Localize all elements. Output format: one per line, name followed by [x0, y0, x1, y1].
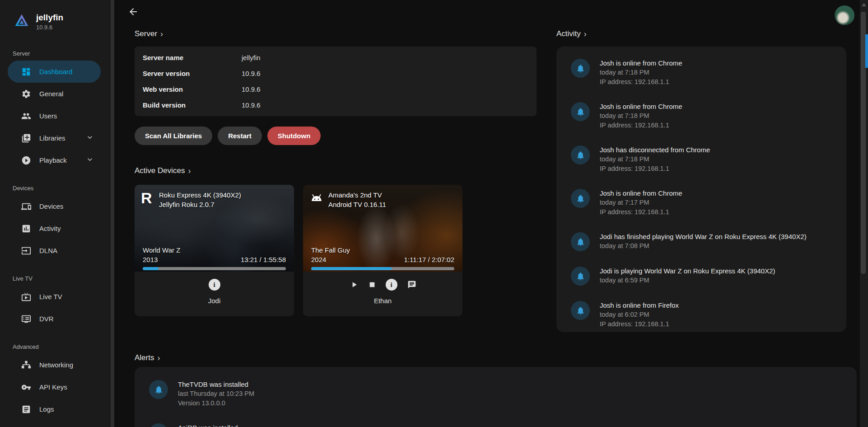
sidebar-item-general[interactable]: General — [8, 83, 101, 105]
activity-entry: Josh has disconnected from Chrome today … — [571, 145, 837, 174]
nav-section-server: Server — [0, 50, 108, 57]
dlna-icon — [21, 246, 31, 256]
sidebar-item-label: Activity — [39, 225, 61, 232]
activity-title: Josh has disconnected from Chrome — [600, 145, 710, 155]
info-button[interactable]: i — [386, 279, 397, 291]
sidebar-item-label: General — [39, 90, 63, 98]
sidebar-nav: Server Dashboard General Users Libraries… — [0, 50, 108, 420]
session-card-roku[interactable]: R Roku Express 4K (3940X2) Jellyfin Roku… — [135, 185, 294, 316]
bell-icon — [571, 145, 590, 164]
sidebar-scrollbar[interactable] — [108, 0, 114, 427]
scan-all-libraries-button[interactable]: Scan All Libraries — [135, 127, 212, 145]
nav-section-devices: Devices — [0, 185, 108, 192]
sidebar-item-networking[interactable]: Networking — [8, 354, 101, 376]
activity-ip: IP address: 192.168.1.1 — [600, 319, 679, 329]
activity-ip: IP address: 192.168.1.1 — [600, 77, 682, 87]
active-devices-heading[interactable]: Active Devices › — [135, 166, 537, 175]
networking-icon — [21, 360, 31, 370]
media-title: World War Z — [143, 245, 180, 255]
activity-section-heading[interactable]: Activity › — [556, 29, 846, 38]
sidebar-item-logs[interactable]: Logs — [8, 398, 101, 420]
media-title: The Fall Guy — [311, 245, 350, 255]
bell-icon — [571, 102, 590, 121]
activity-title: Jodi is playing World War Z on Roku Expr… — [600, 266, 775, 276]
server-version-label: Server version — [143, 70, 242, 77]
sidebar-item-api-keys[interactable]: API Keys — [8, 376, 101, 398]
dvr-icon — [21, 314, 31, 324]
playback-time: 13:21 / 1:55:58 — [241, 255, 286, 264]
alert-detail: Version 13.0.0.0 — [178, 399, 254, 408]
activity-title: Josh is online from Firefox — [600, 300, 679, 310]
roku-logo-icon: R — [141, 190, 154, 206]
window-scrollbar-thumb[interactable] — [865, 34, 868, 68]
active-devices-heading-label: Active Devices — [135, 166, 185, 175]
scrollbar-up-arrow[interactable] — [862, 3, 866, 6]
play-button[interactable] — [350, 280, 359, 289]
sidebar-item-activity[interactable]: Activity — [8, 217, 101, 239]
jellyfin-dashboard: jellyfin 10.9.6 Server Dashboard General… — [0, 0, 868, 427]
playback-time: 1:11:17 / 2:07:02 — [404, 255, 454, 264]
nav-section-live-tv: Live TV — [0, 275, 108, 282]
user-avatar[interactable] — [835, 5, 854, 25]
restart-button[interactable]: Restart — [218, 127, 262, 145]
gear-icon — [21, 89, 31, 99]
session-user: Jodi — [208, 297, 221, 305]
message-button[interactable] — [407, 280, 416, 289]
activity-time: today at 6:02 PM — [600, 310, 679, 319]
sidebar-item-label: DVR — [39, 315, 54, 323]
sidebar-item-label: Live TV — [39, 293, 62, 300]
sidebar-item-devices[interactable]: Devices — [8, 195, 101, 217]
sidebar-item-libraries[interactable]: Libraries — [8, 127, 101, 149]
activity-title: Josh is online from Chrome — [600, 188, 682, 198]
sidebar-item-label: Users — [39, 112, 57, 120]
app-title: jellyfin — [36, 13, 63, 23]
sidebar-item-label: API Keys — [39, 383, 67, 391]
chevron-right-icon: › — [160, 30, 163, 38]
alerts-section-heading[interactable]: Alerts › — [135, 353, 860, 362]
sidebar-item-label: Dashboard — [39, 68, 72, 75]
alert-title: TheTVDB was installed — [178, 380, 254, 389]
activity-ip: IP address: 192.168.1.1 — [600, 121, 682, 130]
activity-time: today at 7:17 PM — [600, 198, 682, 207]
build-version-label: Build version — [143, 101, 242, 109]
alert-title: AniDB was installed — [178, 423, 238, 427]
chevron-right-icon: › — [157, 354, 160, 362]
session-card-android-tv[interactable]: Amanda's 2nd TV Android TV 0.16.11 The F… — [303, 185, 462, 316]
sidebar-item-label: Logs — [39, 405, 54, 413]
bell-icon — [571, 189, 590, 208]
sidebar-item-label: Networking — [39, 361, 73, 369]
sidebar-item-users[interactable]: Users — [8, 105, 101, 127]
chevron-down-icon[interactable] — [86, 156, 93, 164]
server-section-heading[interactable]: Server › — [135, 29, 537, 38]
sidebar-item-label: Devices — [39, 202, 63, 210]
sidebar-scrollbar-thumb[interactable] — [111, 0, 114, 427]
back-button[interactable] — [128, 6, 140, 18]
jellyfin-logo-icon — [14, 13, 30, 29]
server-info-card: Server name jellyfin Server version 10.9… — [135, 47, 537, 116]
activity-time: today at 7:18 PM — [600, 68, 682, 77]
chevron-down-icon[interactable] — [86, 134, 93, 142]
stop-button[interactable] — [369, 281, 376, 288]
sidebar-item-live-tv[interactable]: Live TV — [8, 286, 101, 308]
page-scrollbar[interactable] — [860, 0, 868, 427]
activity-entry: Josh is online from Chrome today at 7:17… — [571, 188, 837, 217]
sidebar-item-dlna[interactable]: DLNA — [8, 239, 101, 262]
activity-entry: Jodi has finished playing World War Z on… — [571, 232, 837, 251]
sidebar: jellyfin 10.9.6 Server Dashboard General… — [0, 0, 108, 427]
main-content: Server › Server name jellyfin Server ver… — [114, 0, 860, 427]
shutdown-button[interactable]: Shutdown — [267, 127, 321, 145]
device-name: Roku Express 4K (3940X2) — [159, 190, 241, 200]
media-year: 2013 — [143, 255, 180, 264]
activity-ip: IP address: 192.168.1.1 — [600, 207, 682, 217]
server-version-row: Server version 10.9.6 — [143, 66, 528, 81]
sidebar-item-playback[interactable]: Playback — [8, 149, 101, 171]
activity-panel: Josh is online from Chrome today at 7:18… — [556, 47, 846, 332]
playback-icon — [21, 155, 31, 165]
activity-heading-label: Activity — [556, 29, 581, 38]
sidebar-item-dashboard[interactable]: Dashboard — [8, 61, 101, 83]
sidebar-item-dvr[interactable]: DVR — [8, 308, 101, 330]
bell-icon — [571, 267, 590, 286]
info-button[interactable]: i — [209, 279, 220, 291]
playback-progress-bar — [143, 267, 286, 270]
bell-icon — [571, 232, 590, 251]
